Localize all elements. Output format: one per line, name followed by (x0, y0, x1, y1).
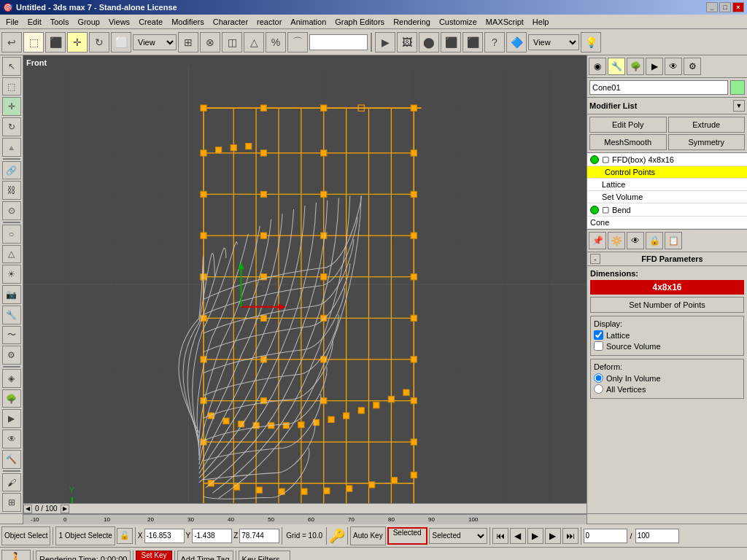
move-btn[interactable]: ✛ (2, 97, 21, 116)
pin-stack-btn[interactable]: 📌 (589, 232, 606, 249)
rp-display-icon[interactable]: 👁 (665, 58, 682, 75)
geometry-btn[interactable]: ○ (2, 225, 21, 244)
nav-play-btn[interactable]: ▶ (527, 528, 543, 544)
shapes-btn[interactable]: △ (2, 245, 21, 264)
key-icon[interactable]: 🔑 (329, 528, 345, 544)
viewport-front[interactable]: Front (23, 55, 587, 513)
lock-btn[interactable]: 🔒 (646, 232, 663, 249)
modifiers-btn[interactable]: ◈ (2, 369, 21, 388)
scroll-right-btn[interactable]: ▶ (61, 505, 69, 513)
lattice-checkbox[interactable] (594, 330, 603, 340)
object-name-input[interactable] (589, 80, 728, 95)
hierarchy-btn[interactable]: 🌳 (2, 389, 21, 408)
rotate-btn[interactable]: ↻ (2, 117, 21, 136)
select-obj-btn[interactable]: ↖ (2, 57, 21, 76)
x-coord-input[interactable] (144, 529, 185, 543)
menu-rendering[interactable]: Rendering (389, 16, 435, 28)
frame-total-input[interactable] (635, 529, 679, 543)
stack-control-points[interactable]: Control Points (587, 166, 747, 179)
stack-expand-bend[interactable]: ▢ (602, 205, 609, 214)
show-result-btn[interactable]: 👁 (627, 232, 644, 249)
z-coord-input[interactable] (239, 529, 279, 543)
motion-btn[interactable]: ▶ (2, 409, 21, 428)
only-in-volume-radio[interactable] (594, 373, 603, 383)
extrude-btn[interactable]: Extrude (668, 117, 746, 133)
quick-render[interactable]: 🖼 (397, 32, 417, 52)
render-opts[interactable]: ⬤ (419, 32, 439, 52)
menu-tools[interactable]: Tools (46, 16, 74, 28)
render-type[interactable]: 🔷 (506, 32, 527, 52)
rotate-button[interactable]: ↻ (89, 32, 109, 52)
viewport-icon[interactable]: 💡 (581, 32, 601, 52)
meshsmooth-btn[interactable]: MeshSmooth (589, 134, 667, 150)
stack-ffd[interactable]: ▢ FFD(box) 4x8x16 (587, 153, 747, 166)
ffd-dimensions-input[interactable] (590, 280, 744, 295)
ffd-collapse-btn[interactable]: - (590, 254, 600, 264)
rp-hierarchy-icon[interactable]: 🌳 (627, 58, 644, 75)
material-editor[interactable]: ⬛ (441, 32, 461, 52)
named-sel-input[interactable] (309, 34, 368, 50)
auto-key-btn[interactable]: Auto Key (350, 526, 386, 545)
unlink-btn[interactable]: ⛓ (2, 181, 21, 200)
close-button[interactable]: × (732, 2, 744, 12)
menu-customize[interactable]: Customize (435, 16, 481, 28)
paint-btn[interactable]: 🖌 (2, 473, 21, 492)
align-button[interactable]: △ (244, 32, 264, 52)
percent-button[interactable]: % (266, 32, 286, 52)
nav-next-btn[interactable]: ▶ (545, 528, 561, 544)
curve-button[interactable]: ⌒ (287, 32, 308, 52)
viewport-select2[interactable]: View (528, 34, 579, 50)
render-scene[interactable]: ▶ (375, 32, 395, 52)
scroll-left-btn[interactable]: ◀ (23, 505, 32, 513)
symmetry-btn[interactable]: Symmetry (668, 134, 746, 150)
select-region-btn[interactable]: ⬚ (2, 77, 21, 96)
add-time-tag-btn[interactable]: Add Time Tag (177, 551, 233, 561)
menu-group[interactable]: Group (73, 16, 104, 28)
menu-edit[interactable]: Edit (23, 16, 46, 28)
material2[interactable]: ⬛ (462, 32, 483, 52)
object-color-box[interactable] (730, 80, 745, 95)
help-button2[interactable]: ? (484, 32, 505, 52)
active-shade-btn[interactable]: 🔆 (608, 232, 625, 249)
menu-character[interactable]: Character (209, 16, 252, 28)
select-filter[interactable]: ⬛ (45, 32, 66, 52)
menu-file[interactable]: File (1, 16, 23, 28)
menu-reactor[interactable]: reactor (252, 16, 286, 28)
bind-btn[interactable]: ⊙ (2, 201, 21, 220)
menu-animation[interactable]: Animation (286, 16, 330, 28)
rp-create-icon[interactable]: ◉ (589, 58, 606, 75)
viewport-select[interactable]: View (133, 34, 177, 50)
menu-views[interactable]: Views (104, 16, 134, 28)
edit-poly-btn[interactable]: Edit Poly (589, 117, 667, 133)
display-btn[interactable]: 👁 (2, 429, 21, 448)
menu-modifiers[interactable]: Modifiers (167, 16, 209, 28)
nav-start-btn[interactable]: ⏮ (492, 528, 508, 544)
scale-btn[interactable]: ⟁ (2, 138, 21, 157)
utilities-btn[interactable]: 🔨 (2, 450, 21, 469)
snap-btn2[interactable]: ⊞ (2, 493, 21, 512)
menu-graph-editors[interactable]: Graph Editors (330, 16, 389, 28)
stack-set-volume[interactable]: Set Volume (587, 191, 747, 203)
menu-create[interactable]: Create (134, 16, 167, 28)
mirror-button[interactable]: ◫ (222, 32, 242, 52)
rp-motion-icon[interactable]: ▶ (646, 58, 663, 75)
modifier-list-dropdown[interactable]: ▼ (733, 100, 745, 112)
minimize-button[interactable]: _ (706, 2, 718, 12)
select-button[interactable]: ✛ (67, 32, 88, 52)
undo-button[interactable]: ↩ (1, 32, 22, 52)
rp-modify-icon[interactable]: 🔧 (608, 58, 625, 75)
key-filters-btn[interactable]: Key Filters... (239, 551, 290, 561)
systems-btn[interactable]: ⚙ (2, 346, 21, 365)
frame-input[interactable] (584, 529, 627, 543)
stack-expand-ffd[interactable]: ▢ (602, 155, 609, 164)
all-vertices-radio[interactable] (594, 384, 603, 394)
config-btn[interactable]: 📋 (665, 232, 682, 249)
y-coord-input[interactable] (192, 529, 232, 543)
titlebar-controls[interactable]: _ □ × (706, 2, 744, 12)
anim-mode-select[interactable]: Selected (429, 528, 487, 544)
redo-button[interactable]: ⬚ (23, 32, 44, 52)
menu-maxscript[interactable]: MAXScript (481, 16, 528, 28)
maximize-button[interactable]: □ (719, 2, 731, 12)
lock-sel-btn[interactable]: 🔓 (117, 528, 133, 544)
snap-button[interactable]: ⊞ (178, 32, 198, 52)
